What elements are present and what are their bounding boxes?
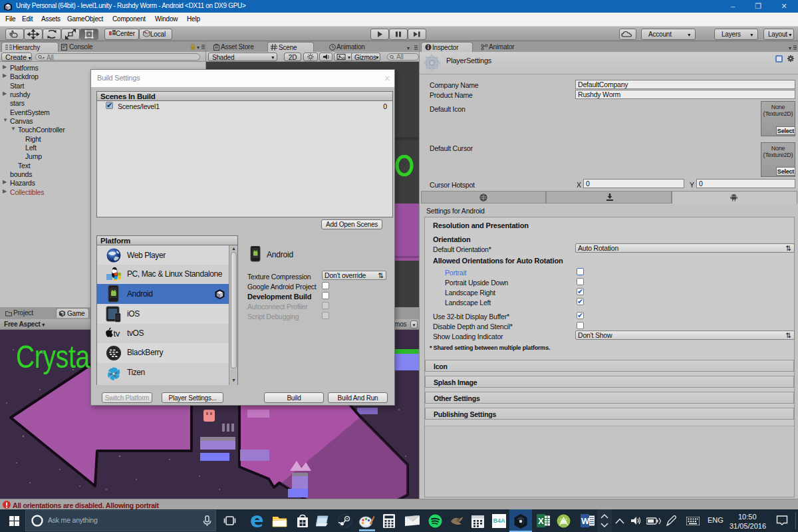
svg-text:X: X [538, 516, 544, 526]
svg-text:tv: tv [114, 329, 120, 338]
svg-text:▾: ▾ [43, 56, 45, 60]
svg-text:▾: ▾ [789, 45, 791, 51]
svg-text:W: W [581, 516, 590, 526]
svg-text:▾: ▾ [348, 55, 350, 61]
svg-text:▾: ▾ [407, 45, 410, 51]
svg-text:▾: ▾ [197, 45, 200, 50]
